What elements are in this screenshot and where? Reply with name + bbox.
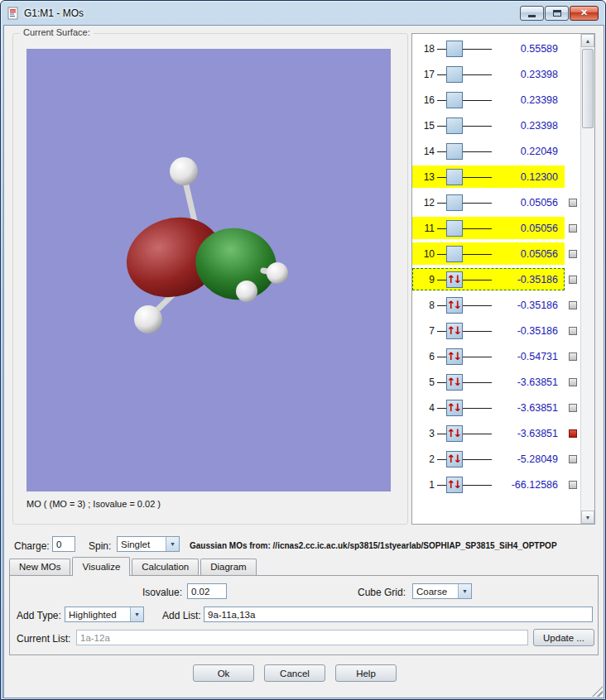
dropdown-arrow-icon[interactable]: ▼ — [166, 537, 179, 551]
virtual-orbital-icon[interactable] — [446, 220, 463, 237]
minimize-button[interactable] — [520, 6, 544, 21]
mo-row[interactable]: 6↑↓-0.54731 — [412, 343, 580, 369]
occupied-orbital-icon[interactable]: ↑↓ — [446, 451, 463, 467]
cube-indicator[interactable] — [569, 481, 577, 489]
cube-indicator[interactable] — [569, 276, 577, 284]
occupied-orbital-icon[interactable]: ↑↓ — [446, 348, 463, 365]
occupied-orbital-icon[interactable]: ↑↓ — [446, 323, 463, 339]
mo-row-main[interactable]: 100.05056 — [412, 242, 565, 265]
mo-list-scrollbar[interactable]: ▲ ▼ — [580, 34, 594, 524]
maximize-button[interactable] — [545, 6, 569, 21]
mo-row[interactable]: 8↑↓-0.35186 — [412, 292, 580, 318]
scroll-down-button[interactable]: ▼ — [581, 511, 594, 524]
mo-row-main[interactable]: 9↑↓-0.35186 — [412, 268, 565, 290]
occupied-orbital-icon[interactable]: ↑↓ — [446, 374, 463, 391]
mo-row[interactable]: 180.55589 — [412, 36, 580, 61]
mo-row-main[interactable]: 180.55589 — [412, 37, 565, 60]
cube-grid-select[interactable]: Coarse ▼ — [412, 583, 472, 599]
mo-row-main[interactable]: 8↑↓-0.35186 — [412, 294, 565, 316]
mo-row[interactable]: 120.05056 — [412, 189, 580, 215]
dropdown-arrow-icon[interactable]: ▼ — [458, 584, 471, 598]
update-button[interactable]: Update ... — [533, 629, 594, 646]
mo-row[interactable]: 3↑↓-3.63851 — [412, 420, 580, 446]
mo-row-main[interactable]: 120.05056 — [412, 191, 565, 213]
occupied-orbital-icon[interactable]: ↑↓ — [446, 271, 463, 288]
tab-visualize[interactable]: Visualize — [72, 557, 130, 576]
mo-row-main[interactable]: 110.05056 — [412, 217, 565, 239]
cube-indicator[interactable] — [569, 250, 577, 258]
titlebar[interactable]: G1:M1 - MOs ✕ — [1, 1, 605, 25]
add-list-input[interactable] — [204, 607, 593, 622]
mo-row-main[interactable]: 1↑↓-66.12586 — [412, 473, 565, 496]
scroll-down-icon: ▼ — [585, 515, 591, 520]
mo-energy: -0.54731 — [492, 351, 564, 362]
mo-row-main[interactable]: 130.12300 — [412, 165, 565, 188]
help-button[interactable]: Help — [335, 664, 397, 682]
cancel-button[interactable]: Cancel — [264, 664, 325, 682]
mo-row-main[interactable]: 6↑↓-0.54731 — [412, 345, 565, 367]
virtual-orbital-icon[interactable] — [446, 169, 463, 185]
cube-indicator[interactable] — [569, 352, 577, 361]
virtual-orbital-icon[interactable] — [446, 246, 463, 262]
mo-row-main[interactable]: 5↑↓-3.63851 — [412, 371, 565, 393]
scroll-thumb[interactable] — [582, 49, 594, 128]
cube-indicator-active[interactable] — [569, 429, 577, 438]
tab-diagram[interactable]: Diagram — [200, 559, 256, 575]
mo-row[interactable]: 5↑↓-3.63851 — [412, 369, 580, 395]
mo-row[interactable]: 9↑↓-0.35186 — [412, 266, 580, 292]
cube-indicator[interactable] — [569, 301, 577, 309]
mo-row-main[interactable]: 170.23398 — [412, 63, 565, 85]
mo-row[interactable]: 150.23398 — [412, 113, 580, 138]
tab-new-mos[interactable]: New MOs — [9, 559, 70, 575]
cube-indicator[interactable] — [569, 455, 577, 463]
ok-button[interactable]: Ok — [193, 664, 254, 682]
mo-row[interactable]: 2↑↓-5.28049 — [412, 446, 580, 472]
cube-indicator[interactable] — [569, 404, 577, 412]
cube-indicator-slot — [565, 266, 580, 292]
virtual-orbital-icon[interactable] — [446, 66, 463, 83]
virtual-orbital-icon[interactable] — [446, 117, 463, 134]
occupied-orbital-icon[interactable]: ↑↓ — [446, 425, 463, 442]
mo-row-main[interactable]: 2↑↓-5.28049 — [412, 448, 565, 470]
mo-energy: -3.63851 — [492, 428, 564, 439]
virtual-orbital-icon[interactable] — [446, 41, 463, 57]
mo-level-line: ↑↓ — [437, 372, 492, 392]
molecule-viewport[interactable] — [26, 49, 391, 491]
add-type-select[interactable]: Highlighted ▼ — [65, 607, 144, 622]
virtual-orbital-icon[interactable] — [446, 92, 463, 108]
mo-level-line — [437, 166, 492, 187]
cube-indicator[interactable] — [569, 199, 577, 207]
mo-row[interactable]: 4↑↓-3.63851 — [412, 395, 580, 420]
occupied-orbital-icon[interactable]: ↑↓ — [446, 400, 463, 416]
mo-row-main[interactable]: 150.23398 — [412, 114, 565, 137]
mo-row[interactable]: 100.05056 — [412, 241, 580, 266]
spin-select[interactable]: Singlet ▼ — [117, 536, 180, 552]
mo-row[interactable]: 170.23398 — [412, 61, 580, 87]
mo-number: 12 — [415, 197, 435, 209]
occupied-orbital-icon[interactable]: ↑↓ — [446, 477, 463, 493]
tab-calculation[interactable]: Calculation — [132, 559, 199, 575]
mo-row[interactable]: 110.05056 — [412, 215, 580, 241]
mo-row[interactable]: 160.23398 — [412, 87, 580, 113]
occupied-orbital-icon[interactable]: ↑↓ — [446, 297, 463, 314]
cube-indicator[interactable] — [569, 327, 577, 335]
mo-row-main[interactable]: 4↑↓-3.63851 — [412, 396, 565, 419]
close-button[interactable]: ✕ — [570, 6, 599, 21]
virtual-orbital-icon[interactable] — [446, 194, 463, 211]
mo-row-main[interactable]: 160.23398 — [412, 89, 565, 111]
cube-indicator[interactable] — [569, 378, 577, 386]
charge-input[interactable] — [52, 536, 75, 552]
mo-row-main[interactable]: 3↑↓-3.63851 — [412, 422, 565, 444]
scroll-up-button[interactable]: ▲ — [581, 34, 594, 47]
mo-row-main[interactable]: 140.22049 — [412, 140, 565, 162]
mo-row-main[interactable]: 7↑↓-0.35186 — [412, 319, 565, 342]
mo-row[interactable]: 140.22049 — [412, 138, 580, 164]
mo-level-line: ↑↓ — [437, 269, 492, 290]
cube-indicator[interactable] — [569, 224, 577, 233]
mo-row[interactable]: 7↑↓-0.35186 — [412, 318, 580, 343]
isovalue-input[interactable] — [187, 583, 227, 599]
mo-row[interactable]: 130.12300 — [412, 164, 580, 189]
mo-row[interactable]: 1↑↓-66.12586 — [412, 472, 580, 497]
virtual-orbital-icon[interactable] — [446, 143, 463, 160]
dropdown-arrow-icon[interactable]: ▼ — [130, 607, 143, 621]
